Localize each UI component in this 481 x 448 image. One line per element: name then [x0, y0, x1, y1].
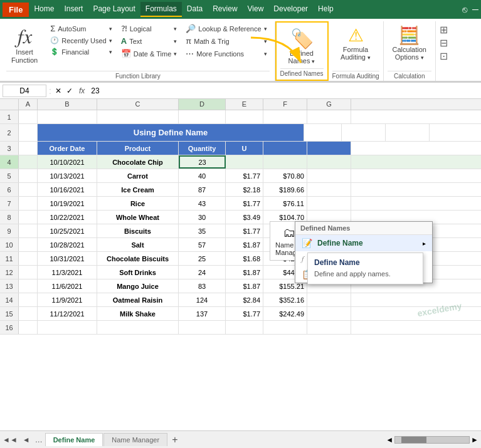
cell-b7[interactable]: 10/19/2021: [38, 197, 97, 210]
calculation-options-button[interactable]: 🧮 CalculationOptions ▾: [388, 23, 431, 63]
menu-help[interactable]: Help: [313, 2, 339, 17]
cell-d14[interactable]: 124: [179, 293, 226, 306]
cell-f4[interactable]: [263, 155, 307, 169]
cell-d16[interactable]: [179, 321, 226, 334]
menu-data[interactable]: Data: [182, 2, 208, 17]
menu-formulas[interactable]: Formulas: [140, 2, 182, 17]
cell-a7[interactable]: [19, 197, 38, 210]
cell-e11[interactable]: $1.68: [226, 252, 263, 265]
add-sheet-button[interactable]: +: [168, 434, 181, 445]
cell-b15[interactable]: 11/12/2021: [38, 307, 97, 320]
cell-f14[interactable]: $352.16: [263, 293, 307, 306]
ribbon-icon-3[interactable]: ⊡: [440, 50, 448, 62]
ribbon-icon-1[interactable]: ⊞: [440, 24, 448, 36]
cell-c4[interactable]: Chocolate Chip: [97, 155, 179, 169]
cell-g1[interactable]: [307, 110, 351, 123]
cell-b9[interactable]: 10/25/2021: [38, 224, 97, 237]
cell-c10[interactable]: Salt: [97, 238, 179, 251]
insert-function-button[interactable]: 𝑓𝑥 InsertFunction: [6, 23, 43, 67]
horizontal-scrollbar[interactable]: [394, 436, 470, 444]
menu-pagelayout[interactable]: Page Layout: [88, 2, 140, 17]
name-box[interactable]: [3, 85, 46, 97]
title-cell[interactable]: Using Define Name: [38, 124, 304, 141]
menu-review[interactable]: Review: [208, 2, 242, 17]
cell-a14[interactable]: [19, 293, 38, 306]
autosum-button[interactable]: Σ AutoSum ▾: [48, 23, 115, 34]
cell-f3[interactable]: [263, 142, 307, 155]
cell-e14[interactable]: $2.84: [226, 293, 263, 306]
cell-a4[interactable]: [19, 155, 38, 169]
cell-c9[interactable]: Biscuits: [97, 224, 179, 237]
cell-e8[interactable]: $3.49: [226, 211, 263, 224]
cell-a9[interactable]: [19, 224, 38, 237]
cell-a12[interactable]: [19, 266, 38, 279]
cell-g5[interactable]: [307, 169, 351, 182]
sheet-nav-left1[interactable]: ◄◄: [0, 435, 20, 444]
cell-d1[interactable]: [179, 110, 226, 123]
cell-e6[interactable]: $2.18: [226, 183, 263, 196]
cell-b8[interactable]: 10/22/2021: [38, 211, 97, 224]
minimize-icon[interactable]: ─: [472, 4, 478, 14]
cell-e1[interactable]: [226, 110, 263, 123]
logical-button[interactable]: ⁈ Logical ▾: [119, 23, 180, 34]
formula-cancel-icon[interactable]: ✕: [54, 86, 63, 95]
more-functions-button[interactable]: ⋯ More Functions ▾: [183, 48, 269, 60]
cell-c5[interactable]: Carrot: [97, 169, 179, 182]
cell-c16[interactable]: [97, 321, 179, 334]
cell-f1[interactable]: [263, 110, 307, 123]
cell-e7[interactable]: $1.77: [226, 197, 263, 210]
cell-a10[interactable]: [19, 238, 38, 251]
cell-b13[interactable]: 11/6/2021: [38, 279, 97, 293]
menu-developer[interactable]: Developer: [268, 2, 313, 17]
cell-b3[interactable]: Order Date: [38, 142, 97, 155]
cell-e15[interactable]: $1.77: [226, 307, 263, 320]
cell-g15[interactable]: [307, 307, 351, 320]
cell-a8[interactable]: [19, 211, 38, 224]
cell-a13[interactable]: [19, 279, 38, 293]
cell-f16[interactable]: [263, 321, 307, 334]
cell-g16[interactable]: [307, 321, 351, 334]
cell-c12[interactable]: Soft Drinks: [97, 266, 179, 279]
formula-confirm-icon[interactable]: ✓: [65, 86, 74, 95]
cell-a1[interactable]: [19, 110, 38, 123]
cell-f7[interactable]: $76.11: [263, 197, 307, 210]
cell-c6[interactable]: Ice Cream: [97, 183, 179, 196]
cell-a6[interactable]: [19, 183, 38, 196]
cell-e4[interactable]: [226, 155, 263, 169]
cell-b1[interactable]: [38, 110, 97, 123]
cell-e9[interactable]: $1.77: [226, 224, 263, 237]
defined-names-button[interactable]: 🏷️ DefinedNames ▾: [282, 25, 322, 67]
text-button[interactable]: A Text ▾: [119, 35, 180, 47]
cell-c7[interactable]: Rice: [97, 197, 179, 210]
cell-d11[interactable]: 25: [179, 252, 226, 265]
cell-g14[interactable]: [307, 293, 351, 306]
cell-b6[interactable]: 10/16/2021: [38, 183, 97, 196]
cell-a15[interactable]: [19, 307, 38, 320]
cell-d7[interactable]: 43: [179, 197, 226, 210]
cell-e5[interactable]: $1.77: [226, 169, 263, 182]
recently-used-button[interactable]: 🕐 Recently Used ▾: [48, 35, 115, 46]
cell-c11[interactable]: Chocolate Biscuits: [97, 252, 179, 265]
cell-a2[interactable]: [19, 124, 38, 141]
cell-e13[interactable]: $1.87: [226, 279, 263, 293]
cell-d3[interactable]: Quantity: [179, 142, 226, 155]
cell-f2[interactable]: [342, 124, 386, 141]
formula-input[interactable]: [90, 85, 478, 96]
lookup-button[interactable]: 🔎 Lookup & Reference ▾: [183, 23, 269, 34]
cell-e16[interactable]: [226, 321, 263, 334]
cell-c14[interactable]: Oatmeal Raisin: [97, 293, 179, 306]
cell-g2[interactable]: [386, 124, 430, 141]
file-menu[interactable]: File: [3, 3, 29, 17]
cell-c13[interactable]: Mango Juice: [97, 279, 179, 293]
formula-auditing-button[interactable]: ⚠ FormulaAuditing ▾: [336, 23, 376, 63]
cell-b16[interactable]: [38, 321, 97, 334]
cell-d9[interactable]: 35: [179, 224, 226, 237]
ribbon-icon-2[interactable]: ⊟: [440, 37, 448, 49]
dropdown-define-name[interactable]: 📝 Define Name ▸: [295, 235, 432, 251]
cell-a11[interactable]: [19, 252, 38, 265]
cell-a5[interactable]: [19, 169, 38, 182]
cell-d5[interactable]: 40: [179, 169, 226, 182]
menu-insert[interactable]: Insert: [59, 2, 88, 17]
financial-button[interactable]: 💲 Financial ▾: [48, 46, 115, 57]
cell-b11[interactable]: 10/31/2021: [38, 252, 97, 265]
